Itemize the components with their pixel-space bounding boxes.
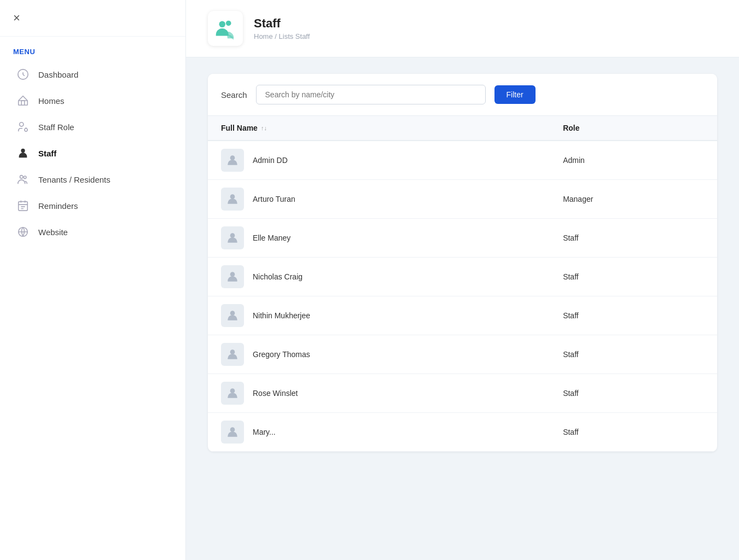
- avatar: [221, 382, 244, 405]
- homes-icon: [15, 93, 31, 108]
- table-cell-full-name: Rose Winslet: [208, 374, 550, 413]
- staff-name: Elle Maney: [253, 234, 290, 242]
- svg-point-14: [230, 272, 235, 277]
- table-cell-full-name: Admin DD: [208, 141, 550, 180]
- search-label: Search: [221, 90, 247, 100]
- table-cell-full-name: Nicholas Craig: [208, 258, 550, 296]
- table-cell-role: Staff: [550, 219, 717, 258]
- table-row[interactable]: Mary... Staff: [208, 413, 717, 452]
- svg-rect-1: [19, 101, 28, 105]
- close-button[interactable]: ×: [13, 11, 20, 25]
- svg-point-11: [230, 155, 235, 160]
- staff-role-icon: [15, 119, 31, 135]
- nav-list: Dashboard Homes Staff Rol: [0, 61, 185, 245]
- filter-button[interactable]: Filter: [494, 85, 536, 104]
- sidebar-item-website[interactable]: Website: [7, 219, 179, 245]
- table-cell-full-name: Nithin Mukherjee: [208, 296, 550, 335]
- content-area: Search Filter Full Name ↑↓ Role: [186, 57, 739, 560]
- sidebar-item-reminders[interactable]: Reminders: [7, 192, 179, 219]
- page-header-icon: [208, 11, 243, 46]
- staff-name: Gregory Thomas: [253, 350, 310, 359]
- staff-name: Rose Winslet: [253, 389, 298, 398]
- sidebar-item-label: Website: [38, 228, 68, 237]
- svg-point-5: [20, 176, 24, 179]
- avatar: [221, 421, 244, 444]
- table-cell-full-name: Arturo Turan: [208, 180, 550, 219]
- svg-point-10: [226, 21, 231, 26]
- sidebar-item-tenants[interactable]: Tenants / Residents: [7, 166, 179, 192]
- svg-point-15: [230, 311, 235, 316]
- sort-arrows-icon[interactable]: ↑↓: [261, 125, 267, 131]
- page-header: Staff Home / Lists Staff: [186, 0, 739, 57]
- tenants-icon: [15, 172, 31, 187]
- avatar: [221, 265, 244, 288]
- svg-point-16: [230, 349, 235, 354]
- avatar: [221, 226, 244, 249]
- svg-point-18: [230, 427, 235, 432]
- table-row[interactable]: Rose Winslet Staff: [208, 374, 717, 413]
- svg-point-6: [24, 176, 26, 179]
- staff-icon: [15, 145, 31, 161]
- svg-rect-7: [19, 202, 28, 211]
- svg-point-2: [20, 122, 24, 126]
- table-cell-role: Staff: [550, 258, 717, 296]
- staff-name: Admin DD: [253, 156, 288, 165]
- sidebar-item-dashboard[interactable]: Dashboard: [7, 61, 179, 88]
- reminders-icon: [15, 198, 31, 213]
- sidebar-item-label: Tenants / Residents: [38, 175, 110, 184]
- menu-label: MENU: [0, 37, 185, 61]
- staff-name: Nicholas Craig: [253, 272, 302, 281]
- main-content: Staff Home / Lists Staff Search Filter F…: [186, 0, 739, 560]
- search-input[interactable]: [256, 85, 486, 104]
- page-title: Staff: [254, 16, 310, 31]
- table-row[interactable]: Admin DD Admin: [208, 141, 717, 180]
- close-icon: ×: [13, 11, 20, 25]
- staff-table: Full Name ↑↓ Role Admin DD Admin: [208, 115, 717, 452]
- avatar: [221, 188, 244, 211]
- table-cell-role: Staff: [550, 374, 717, 413]
- table-cell-full-name: Gregory Thomas: [208, 335, 550, 374]
- sidebar-item-staff[interactable]: Staff: [7, 140, 179, 166]
- avatar: [221, 149, 244, 172]
- column-header-role[interactable]: Role: [550, 116, 717, 141]
- table-row[interactable]: Elle Maney Staff: [208, 219, 717, 258]
- sidebar-item-label: Staff: [38, 149, 56, 158]
- table-row[interactable]: Nicholas Craig Staff: [208, 258, 717, 296]
- svg-point-12: [230, 194, 235, 199]
- content-card: Search Filter Full Name ↑↓ Role: [208, 74, 717, 452]
- svg-point-4: [21, 149, 25, 153]
- table-cell-role: Admin: [550, 141, 717, 180]
- table-row[interactable]: Nithin Mukherjee Staff: [208, 296, 717, 335]
- sidebar-item-label: Staff Role: [38, 122, 74, 132]
- search-bar: Search Filter: [208, 74, 717, 115]
- sidebar: × MENU Dashboard Homes: [0, 0, 186, 560]
- breadcrumb: Home / Lists Staff: [254, 32, 310, 40]
- table-header-row: Full Name ↑↓ Role: [208, 116, 717, 141]
- column-header-full-name[interactable]: Full Name ↑↓: [208, 116, 550, 141]
- table-row[interactable]: Gregory Thomas Staff: [208, 335, 717, 374]
- table-row[interactable]: Arturo Turan Manager: [208, 180, 717, 219]
- table-cell-role: Staff: [550, 413, 717, 452]
- page-header-text: Staff Home / Lists Staff: [254, 16, 310, 40]
- table-cell-role: Staff: [550, 335, 717, 374]
- sidebar-item-label: Dashboard: [38, 70, 78, 79]
- staff-name: Nithin Mukherjee: [253, 311, 310, 320]
- avatar: [221, 343, 244, 366]
- table-cell-role: Manager: [550, 180, 717, 219]
- sidebar-item-staff-role[interactable]: Staff Role: [7, 114, 179, 140]
- avatar: [221, 304, 244, 327]
- sidebar-header: ×: [0, 0, 185, 37]
- svg-point-9: [219, 21, 226, 28]
- staff-name: Mary...: [253, 428, 276, 436]
- svg-point-17: [230, 388, 235, 393]
- dashboard-icon: [15, 67, 31, 82]
- website-icon: [15, 224, 31, 240]
- table-cell-role: Staff: [550, 296, 717, 335]
- staff-name: Arturo Turan: [253, 195, 295, 203]
- table-cell-full-name: Mary...: [208, 413, 550, 452]
- svg-point-13: [230, 233, 235, 238]
- sidebar-item-label: Homes: [38, 96, 65, 106]
- sidebar-item-label: Reminders: [38, 201, 78, 211]
- sidebar-item-homes[interactable]: Homes: [7, 88, 179, 114]
- table-cell-full-name: Elle Maney: [208, 219, 550, 258]
